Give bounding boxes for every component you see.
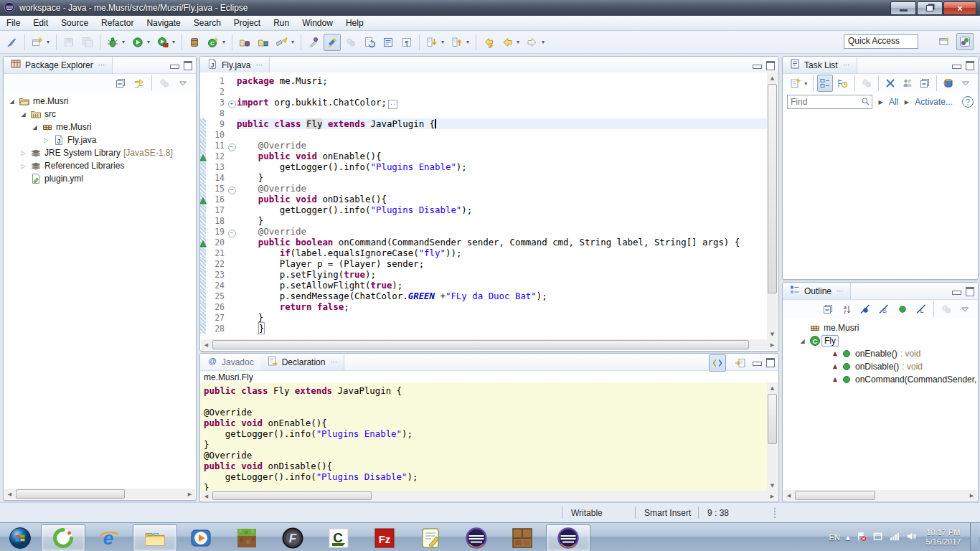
code-line-16[interactable]: 16 public void onDisable(){	[200, 194, 768, 204]
view-menu-icon[interactable]	[958, 75, 974, 92]
close-icon[interactable]: ⋯	[837, 287, 844, 295]
tab-fly-java[interactable]: J Fly.java ⋯	[200, 57, 270, 73]
menu-navigate[interactable]: Navigate	[140, 17, 187, 29]
open-perspective-icon[interactable]	[936, 33, 953, 50]
maximize-view-icon[interactable]	[766, 358, 775, 367]
outline-hscrollbar[interactable]: ◀ ▶	[783, 490, 977, 501]
link-all[interactable]: All	[889, 97, 898, 107]
tree-collapsed-icon[interactable]: ▷	[19, 150, 27, 156]
highlighter-icon[interactable]	[324, 34, 341, 51]
package-explorer-hscrollbar[interactable]: ◀ ▶	[4, 489, 195, 499]
language-indicator[interactable]: EN	[829, 533, 840, 542]
taskbar-internet-explorer[interactable]: e	[87, 524, 131, 551]
menu-source[interactable]: Source	[55, 17, 95, 29]
taskbar-media-player[interactable]	[179, 524, 223, 551]
run-icon[interactable]	[129, 34, 146, 51]
maximize-view-icon[interactable]	[966, 61, 974, 70]
open-type-icon[interactable]	[236, 34, 253, 51]
close-icon[interactable]: ⋯	[98, 61, 105, 69]
show-whitespace-icon[interactable]: ¶	[398, 34, 415, 51]
taskbar-crossfire[interactable]: F	[270, 524, 315, 551]
code-line-19[interactable]: 19− @Override	[200, 226, 768, 237]
taskbar-eclipse[interactable]	[454, 524, 499, 551]
code-line-21[interactable]: 21 if(label.equalsIgnoreCase("fly"));	[200, 248, 768, 258]
taskbar-filezilla[interactable]: Fz	[362, 524, 407, 551]
filter-icon[interactable]	[882, 75, 898, 92]
hide-local-types-icon[interactable]: L	[913, 301, 930, 318]
sort-icon[interactable]: az	[838, 301, 855, 318]
tree-item-me-musri[interactable]: me.Musri	[783, 321, 978, 334]
menu-file[interactable]: File	[0, 17, 27, 29]
categorized-icon[interactable]	[817, 75, 833, 92]
code-line-1[interactable]: 1package me.Musri;	[200, 75, 768, 86]
code-line-26[interactable]: 26 return false;	[200, 301, 768, 312]
maximize-view-icon[interactable]	[184, 61, 192, 70]
taskbar-camtasia[interactable]: C	[316, 524, 361, 551]
tree-item-oncommand-commandsender-cc[interactable]: onCommand(CommandSender, Cc	[783, 373, 978, 386]
tab-package-explorer[interactable]: Package Explorer ⋯	[4, 57, 113, 73]
forward-icon[interactable]	[524, 34, 541, 51]
synchronize-icon[interactable]	[941, 75, 956, 92]
code-line-17[interactable]: 17 getLogger().info("Plugins Disable");	[200, 204, 768, 215]
fold-minus-icon[interactable]: −	[227, 226, 237, 237]
scheduled-icon[interactable]	[834, 75, 850, 92]
minimize-button[interactable]	[890, 1, 916, 15]
open-resource-icon[interactable]	[255, 34, 272, 51]
maximize-view-icon[interactable]	[966, 287, 974, 296]
menu-run[interactable]: Run	[267, 17, 296, 29]
taskbar-notepadpp[interactable]	[408, 524, 453, 551]
taskbar-coccoc[interactable]	[41, 524, 85, 551]
menu-window[interactable]: Window	[296, 17, 339, 29]
next-annotation-icon[interactable]	[448, 34, 466, 51]
new-java-class-dropdown-icon[interactable]: ▾	[222, 39, 229, 45]
tab-declaration[interactable]: Declaration ⋯	[260, 354, 345, 370]
last-edit-location-icon[interactable]	[480, 34, 497, 51]
code-line-13[interactable]: 13 getLogger().info("Plugins Enable");	[200, 161, 768, 172]
tab-task-list[interactable]: Task List ⋯	[783, 57, 857, 73]
link-activate[interactable]: Activate...	[915, 97, 953, 107]
quick-access-field[interactable]: Quick Access	[844, 34, 918, 49]
tree-item-me-musri[interactable]: ◢me.Musri	[4, 121, 196, 133]
collapse-all-icon[interactable]	[112, 75, 129, 92]
editor-hscrollbar[interactable]: ◀ ▶	[201, 339, 778, 350]
previous-annotation-dropdown-icon[interactable]: ▾	[441, 39, 448, 45]
taskbar-explorer[interactable]	[133, 524, 177, 551]
show-hidden-icons[interactable]: ▲	[846, 534, 850, 541]
menu-project[interactable]: Project	[227, 17, 267, 29]
code-line-18[interactable]: 18 }	[200, 215, 768, 226]
hide-non-public-icon[interactable]	[894, 301, 911, 318]
action-center-icon[interactable]	[856, 531, 867, 544]
back-dropdown-icon[interactable]: ▾	[517, 39, 523, 45]
editor-vscrollbar[interactable]: ▲ ▼	[767, 72, 778, 339]
code-line-3[interactable]: 3+import org.bukkit.ChatColor;..	[200, 97, 768, 108]
open-input-icon[interactable]	[732, 354, 749, 372]
new-task-icon[interactable]	[788, 75, 804, 92]
menu-refactor[interactable]: Refactor	[95, 17, 140, 29]
taskbar-eclipse-active[interactable]	[546, 524, 590, 551]
back-icon[interactable]	[499, 34, 516, 51]
link-editor-icon[interactable]	[131, 75, 148, 92]
tray-clock[interactable]: 10:17 PM 5/16/2017	[923, 528, 964, 547]
new-task-dropdown-icon[interactable]: ▾	[804, 80, 810, 87]
code-line-10[interactable]: 10	[200, 129, 768, 140]
next-annotation-dropdown-icon[interactable]: ▾	[466, 39, 473, 45]
fold-minus-icon[interactable]: −	[227, 140, 237, 151]
close-icon[interactable]: ⋯	[843, 61, 850, 69]
tree-item-ondisable-[interactable]: onDisable() : void	[783, 360, 978, 373]
mark-occurrences-icon[interactable]	[305, 34, 322, 51]
code-line-14[interactable]: 14 }	[200, 172, 768, 183]
search-icon[interactable]	[273, 34, 291, 51]
code-line-8[interactable]: 8	[200, 108, 768, 118]
code-line-23[interactable]: 23 p.setFlying(true);	[200, 269, 768, 280]
debug-icon[interactable]	[104, 34, 121, 51]
help-icon[interactable]: ?	[962, 96, 974, 108]
code-line-11[interactable]: 11− @Override	[200, 140, 768, 151]
code-line-12[interactable]: 12 public void onEnable(){	[200, 151, 768, 161]
tree-item-me-musri[interactable]: ◢me.Musri	[4, 95, 196, 108]
declaration-hscrollbar[interactable]: ◀ ▶	[201, 491, 778, 501]
minimize-view-icon[interactable]	[753, 65, 762, 69]
hide-fields-icon[interactable]	[857, 301, 874, 318]
view-menu-icon[interactable]	[956, 301, 974, 318]
taskbar-crafting-table[interactable]	[500, 524, 545, 551]
tree-item-jre-system-library[interactable]: ▷JRE System Library [JavaSE-1.8]	[4, 146, 196, 159]
